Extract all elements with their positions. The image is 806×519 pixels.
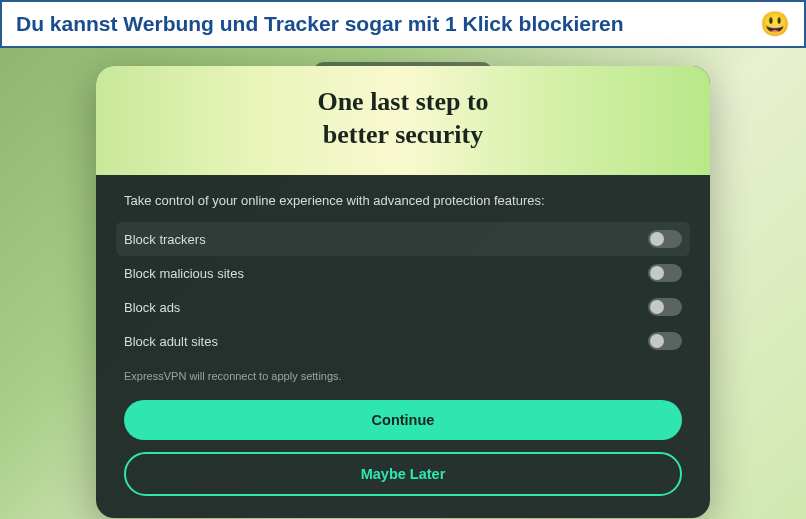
toggle-switch-block-malicious[interactable] (648, 264, 682, 282)
toggle-switch-block-adult[interactable] (648, 332, 682, 350)
modal-description: Take control of your online experience w… (124, 193, 682, 208)
maybe-later-button[interactable]: Maybe Later (124, 452, 682, 496)
caption-text: Du kannst Werbung und Tracker sogar mit … (16, 12, 624, 36)
toggle-label: Block ads (124, 300, 180, 315)
security-modal: One last step to better security Take co… (96, 66, 710, 518)
toggle-label: Block malicious sites (124, 266, 244, 281)
caption-bar: Du kannst Werbung und Tracker sogar mit … (0, 0, 806, 48)
modal-title-line2: better security (323, 120, 484, 149)
smile-emoji-icon: 😃 (760, 10, 790, 38)
toggle-row-block-ads: Block ads (124, 290, 682, 324)
modal-title: One last step to better security (120, 86, 686, 151)
modal-body: Take control of your online experience w… (96, 175, 710, 518)
toggle-switch-block-trackers[interactable] (648, 230, 682, 248)
toggle-switch-block-ads[interactable] (648, 298, 682, 316)
modal-title-line1: One last step to (317, 87, 488, 116)
continue-button[interactable]: Continue (124, 400, 682, 440)
toggle-row-block-malicious: Block malicious sites (124, 256, 682, 290)
modal-header: One last step to better security (96, 66, 710, 175)
app-background: VPN One last step to better security Tak… (0, 48, 806, 519)
toggle-list: Block trackers Block malicious sites Blo… (124, 222, 682, 358)
modal-note: ExpressVPN will reconnect to apply setti… (124, 370, 682, 382)
toggle-knob-icon (650, 300, 664, 314)
toggle-knob-icon (650, 232, 664, 246)
toggle-row-block-trackers: Block trackers (116, 222, 690, 256)
toggle-knob-icon (650, 334, 664, 348)
toggle-label: Block trackers (124, 232, 206, 247)
toggle-row-block-adult: Block adult sites (124, 324, 682, 358)
toggle-label: Block adult sites (124, 334, 218, 349)
toggle-knob-icon (650, 266, 664, 280)
